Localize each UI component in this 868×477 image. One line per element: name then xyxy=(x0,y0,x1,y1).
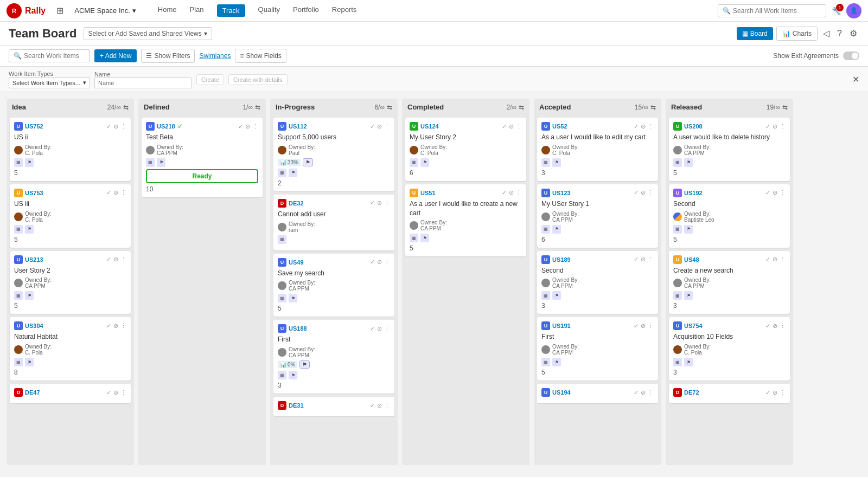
card-id[interactable]: US51 xyxy=(420,190,436,196)
user-avatar[interactable]: 👤 xyxy=(846,3,861,18)
nav-quality[interactable]: Quality xyxy=(258,4,280,17)
card[interactable]: U US52 ✓ ⊘ ⋮ As a user I would like to e… xyxy=(537,118,658,181)
card[interactable]: U US208 ✓ ⊘ ⋮ A user would like to delet… xyxy=(669,118,790,181)
check-icon[interactable]: ✓ xyxy=(370,402,375,409)
more-icon[interactable]: ⋮ xyxy=(120,256,126,263)
more-icon[interactable]: ⋮ xyxy=(780,123,786,130)
check-icon[interactable]: ✓ xyxy=(106,189,111,196)
card[interactable]: U US48 ✓ ⊘ ⋮ Create a new search Owned B… xyxy=(669,251,790,314)
company-name[interactable]: ACME Space Inc. ▾ xyxy=(74,7,136,15)
settings-icon[interactable]: 🔧 1 xyxy=(832,7,841,15)
block-icon[interactable]: ⊘ xyxy=(377,259,382,266)
check-icon[interactable]: ✓ xyxy=(634,123,639,130)
block-icon[interactable]: ⊘ xyxy=(377,402,382,409)
card-id[interactable]: US48 xyxy=(684,256,699,263)
check-icon[interactable]: ✓ xyxy=(106,123,111,130)
card[interactable]: U US112 ✓ ⊘ ⋮ Support 5,000 users Owned … xyxy=(273,118,394,191)
check-icon[interactable]: ✓ xyxy=(765,323,770,330)
global-search-input[interactable] xyxy=(733,7,820,15)
card-id[interactable]: DE31 xyxy=(289,402,304,409)
tag-icon-2[interactable]: ⚑ xyxy=(684,225,693,234)
card[interactable]: U US123 ✓ ⊘ ⋮ My USer Story 1 Owned By: xyxy=(537,184,658,248)
global-search[interactable]: 🔍 xyxy=(718,4,826,17)
more-icon[interactable]: ⋮ xyxy=(648,189,654,196)
check-icon[interactable]: ✓ xyxy=(370,325,375,332)
check-icon[interactable]: ✓ xyxy=(634,189,639,196)
card[interactable]: U US51 ✓ ⊘ ⋮ As a user I would like to c… xyxy=(405,184,526,257)
more-icon[interactable]: ⋮ xyxy=(516,189,522,196)
nav-reports[interactable]: Reports xyxy=(332,4,357,17)
tag-icon-1[interactable]: ▦ xyxy=(278,235,286,244)
check-icon[interactable]: ✓ xyxy=(634,323,639,330)
card-id[interactable]: US192 xyxy=(684,190,703,196)
more-icon[interactable]: ⋮ xyxy=(384,123,390,130)
create-button[interactable]: Create xyxy=(196,74,224,85)
check-icon[interactable]: ✓ xyxy=(106,256,111,263)
card-id[interactable]: US753 xyxy=(25,190,43,196)
tag-icon-1[interactable]: ▦ xyxy=(541,158,550,167)
work-items-search[interactable]: 🔍 xyxy=(9,49,90,62)
nav-portfolio[interactable]: Portfolio xyxy=(293,4,319,17)
card-id[interactable]: US304 xyxy=(25,323,43,329)
check-icon[interactable]: ✓ xyxy=(502,123,507,130)
more-icon[interactable]: ⋮ xyxy=(648,323,654,330)
block-icon[interactable]: ⊘ xyxy=(377,325,382,332)
card-id[interactable]: DE32 xyxy=(289,200,304,207)
rally-logo[interactable]: R Rally xyxy=(7,3,46,18)
tag-icon-1[interactable]: ▦ xyxy=(541,358,550,366)
block-icon[interactable]: ⊘ xyxy=(113,256,118,263)
column-arrows[interactable]: ⇆ xyxy=(123,104,129,111)
tag-icon-1[interactable]: ▦ xyxy=(278,294,286,302)
block-icon[interactable]: ⊘ xyxy=(245,123,250,130)
block-icon[interactable]: ⊘ xyxy=(377,123,382,130)
tag-icon-2[interactable]: ⚑ xyxy=(684,291,693,300)
work-item-types-select[interactable]: Select Work Item Types... ▾ xyxy=(9,77,90,88)
tag-icon-1[interactable]: ▦ xyxy=(410,234,418,242)
more-icon[interactable]: ⋮ xyxy=(780,323,786,330)
tag-icon-2[interactable]: ⚑ xyxy=(552,225,561,234)
card-id[interactable]: US123 xyxy=(552,190,571,196)
close-button[interactable]: ✕ xyxy=(852,74,859,85)
tag-icon-1[interactable]: ▦ xyxy=(14,158,23,167)
tag-icon-2[interactable]: ⚑ xyxy=(157,158,165,167)
help-icon[interactable]: ? xyxy=(835,27,844,41)
check-icon[interactable]: ✓ xyxy=(370,123,375,130)
check-icon[interactable]: ✓ xyxy=(370,199,375,207)
block-icon[interactable]: ⊘ xyxy=(641,123,646,130)
card[interactable]: U US192 ✓ ⊘ ⋮ Second Owned By: xyxy=(669,184,790,248)
block-icon[interactable]: ⊘ xyxy=(113,189,118,196)
block-icon[interactable]: ⊘ xyxy=(773,256,777,263)
check-icon[interactable]: ✓ xyxy=(765,123,770,130)
more-icon[interactable]: ⋮ xyxy=(384,325,390,332)
card-id[interactable]: US52 xyxy=(552,123,567,130)
tag-icon-2[interactable]: ⚑ xyxy=(684,358,693,366)
block-icon[interactable]: ⊘ xyxy=(773,389,777,396)
card-id[interactable]: US218 xyxy=(157,123,175,130)
card[interactable]: U US191 ✓ ⊘ ⋮ First Owned By: xyxy=(537,317,658,381)
tag-icon-1[interactable]: ▦ xyxy=(673,158,682,167)
more-icon[interactable]: ⋮ xyxy=(780,189,786,196)
card-id[interactable]: US112 xyxy=(289,123,307,130)
more-icon[interactable]: ⋮ xyxy=(120,189,126,196)
tag-icon-2[interactable]: ⚑ xyxy=(552,291,561,300)
show-filters-button[interactable]: ☰ Show Filters xyxy=(141,49,195,63)
work-items-search-input[interactable] xyxy=(24,52,84,60)
tag-icon-2[interactable]: ⚑ xyxy=(25,291,34,300)
tag-icon-1[interactable]: ▦ xyxy=(673,225,682,234)
block-icon[interactable]: ⊘ xyxy=(113,323,118,330)
block-icon[interactable]: ⊘ xyxy=(377,199,382,207)
more-icon[interactable]: ⋮ xyxy=(120,389,126,396)
tag-icon-1[interactable]: ▦ xyxy=(673,358,682,366)
card[interactable]: D DE31 ✓ ⊘ ⋮ xyxy=(273,397,394,416)
column-arrows[interactable]: ⇆ xyxy=(650,104,656,111)
tag-icon-2[interactable]: ⚑ xyxy=(420,234,429,242)
card-id[interactable]: US752 xyxy=(25,123,43,130)
tag-icon-2[interactable]: ⚑ xyxy=(289,169,297,177)
swimlanes-button[interactable]: Swimlanes xyxy=(199,52,231,60)
tag-icon-1[interactable]: ▦ xyxy=(278,371,286,379)
check-icon[interactable]: ✓ xyxy=(502,189,507,196)
show-fields-button[interactable]: ≡ Show Fields xyxy=(235,49,286,63)
block-icon[interactable]: ⊘ xyxy=(641,189,646,196)
more-icon[interactable]: ⋮ xyxy=(384,199,390,207)
block-icon[interactable]: ⊘ xyxy=(641,323,646,330)
